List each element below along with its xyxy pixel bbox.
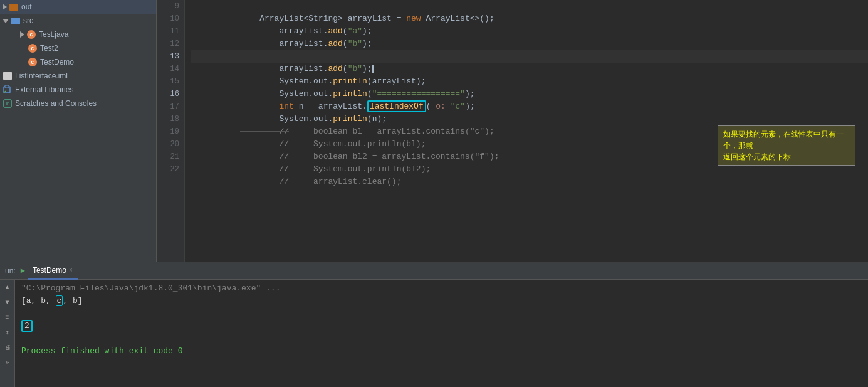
line-num-10: 10 [157, 13, 179, 25]
external-libs-icon [3, 85, 13, 95]
code-line-12: arrayList.add("c"); [191, 38, 868, 50]
sidebar-item-extlibs[interactable]: External Libraries [0, 83, 156, 97]
code-area[interactable]: ArrayList<String> arrayList = new ArrayL… [185, 0, 868, 262]
tab-close-testdemo[interactable]: × [69, 267, 73, 273]
code-line-9: ArrayList<String> arrayList = new ArrayL… [191, 0, 868, 13]
sidebar: out src C Test.java C Test2 [0, 0, 157, 262]
console-line-2: [a, b, c, b] [21, 295, 862, 307]
console-line-4: 2 [21, 320, 862, 332]
code-line-15: System.out.println("================="); [191, 75, 868, 88]
sidebar-label-test2: Test2 [40, 44, 58, 53]
sidebar-label-testjava: Test.java [39, 30, 68, 39]
console-btn-down[interactable]: ▼ [3, 297, 13, 307]
console-btn-print[interactable]: 🖨 [3, 342, 13, 353]
code-line-16: int n = arrayList.lastIndexOf( o: "c"); [191, 88, 868, 100]
line-num-13: 13 [157, 50, 179, 63]
code-line-18: // boolean bl = arrayList.contains("c"); [191, 113, 868, 125]
console-btn-menu[interactable]: ≡ [3, 312, 13, 322]
editor-area: 9 10 11 12 13 14 15 16 17 18 19 20 21 22… [157, 0, 868, 262]
folder-icon-src [11, 16, 21, 26]
editor-content: 9 10 11 12 13 14 15 16 17 18 19 20 21 22… [157, 0, 868, 262]
line-num-11: 11 [157, 25, 179, 38]
console-line-5 [21, 332, 862, 345]
console-btn-up[interactable]: ▲ [3, 282, 13, 292]
line-num-14: 14 [157, 63, 179, 75]
line-num-9: 9 [157, 0, 179, 13]
code-line-11: arrayList.add("b"); [191, 25, 868, 38]
console-sidebar-buttons: ▲ ▼ ≡ ↧ 🖨 » [0, 280, 15, 387]
line-num-22: 22 [157, 163, 179, 176]
console-output: "C:\Program Files\Java\jdk1.8.0_301\bin\… [15, 280, 868, 387]
java-icon-testdemo: C [28, 57, 38, 67]
line-numbers: 9 10 11 12 13 14 15 16 17 18 19 20 21 22 [157, 0, 185, 262]
sidebar-item-test2[interactable]: C Test2 [0, 41, 156, 55]
sidebar-item-testjava[interactable]: C Test.java [0, 28, 156, 41]
sidebar-item-testdemo[interactable]: C TestDemo [0, 55, 156, 69]
scratches-icon [3, 98, 13, 109]
collapse-icon-testjava [20, 31, 24, 38]
tooltip-annotation: 如果要找的元素，在线性表中只有一个，那就 返回这个元素的下标 [718, 125, 855, 166]
collapse-icon-out [3, 4, 7, 10]
sidebar-label-scratches: Scratches and Consoles [15, 99, 97, 108]
sidebar-label-testdemo: TestDemo [40, 58, 74, 66]
iml-icon [3, 71, 13, 81]
run-icon: ▶ [21, 266, 25, 275]
line-num-12: 12 [157, 38, 179, 50]
tab-label-testdemo: TestDemo [33, 266, 66, 275]
line-num-16: 16 [157, 88, 179, 100]
line-num-21: 21 [157, 151, 179, 163]
sidebar-label-iml: ListInterface.iml [15, 72, 68, 80]
sidebar-label-src: src [23, 16, 33, 25]
console-btn-more[interactable]: » [3, 358, 13, 368]
java-icon-testjava: C [26, 29, 36, 40]
main-layout: out src C Test.java C Test2 [0, 0, 868, 262]
run-label: un: [5, 267, 16, 275]
code-line-10: arrayList.add("a"); [191, 13, 868, 25]
tab-testdemo[interactable]: TestDemo × [28, 262, 78, 280]
console-area: ▲ ▼ ≡ ↧ 🖨 » "C:\Program Files\Java\jdk1.… [0, 280, 868, 387]
bottom-panel: un: ▶ TestDemo × ▲ ▼ ≡ ↧ 🖨 » "C:\Program… [0, 262, 868, 387]
console-line-6: Process finished with exit code 0 [21, 345, 862, 358]
svg-rect-1 [5, 85, 9, 88]
line-num-18: 18 [157, 113, 179, 125]
console-line-3: ================= [21, 307, 862, 320]
svg-rect-3 [4, 100, 11, 107]
sidebar-item-out[interactable]: out [0, 0, 156, 14]
line-num-17: 17 [157, 100, 179, 113]
console-line-1: "C:\Program Files\Java\jdk1.8.0_301\bin\… [21, 282, 862, 295]
java-icon-test2: C [28, 43, 38, 53]
sidebar-item-src[interactable]: src [0, 14, 156, 28]
code-line-14: System.out.println(arrayList); [191, 63, 868, 75]
line-num-15: 15 [157, 75, 179, 88]
expand-icon-src [3, 19, 9, 23]
sidebar-item-scratches[interactable]: Scratches and Consoles [0, 97, 156, 110]
line-num-19: 19 [157, 125, 179, 138]
line-num-20: 20 [157, 138, 179, 151]
console-btn-download[interactable]: ↧ [3, 327, 13, 337]
sidebar-label-extlibs: External Libraries [15, 85, 73, 94]
sidebar-item-iml[interactable]: ListInterface.iml [0, 69, 156, 83]
code-line-17: System.out.println(n); [191, 100, 868, 113]
folder-icon-out [9, 2, 19, 12]
sidebar-label-out: out [21, 3, 32, 11]
console-tabs-bar: un: ▶ TestDemo × [0, 262, 868, 280]
code-line-13: arrayList.add("b"); [191, 50, 868, 63]
